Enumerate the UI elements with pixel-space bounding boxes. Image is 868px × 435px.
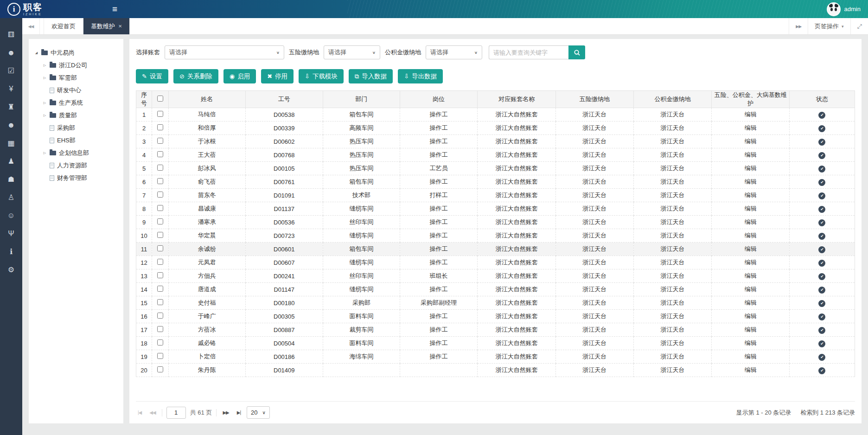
edit-link[interactable]: 编辑 bbox=[745, 124, 757, 131]
edit-link[interactable]: 编辑 bbox=[745, 366, 757, 373]
status-check-icon[interactable]: ✔ bbox=[818, 206, 825, 213]
status-check-icon[interactable]: ✔ bbox=[818, 367, 825, 374]
next-page-button[interactable]: ▶▶ bbox=[221, 409, 230, 416]
row-checkbox[interactable] bbox=[157, 192, 163, 198]
tree-item-财务管理部[interactable]: 财务管理部 bbox=[32, 172, 121, 184]
status-check-icon[interactable]: ✔ bbox=[818, 340, 825, 347]
briefcase-icon[interactable]: ▦ bbox=[7, 140, 14, 147]
edit-link[interactable]: 编辑 bbox=[745, 192, 757, 198]
caret-collapsed-icon[interactable]: ▷ bbox=[43, 76, 47, 80]
child-icon[interactable]: ♙ bbox=[8, 194, 14, 201]
edit-link[interactable]: 编辑 bbox=[745, 299, 757, 306]
status-check-icon[interactable]: ✔ bbox=[818, 260, 825, 267]
status-check-icon[interactable]: ✔ bbox=[818, 219, 825, 226]
status-check-icon[interactable]: ✔ bbox=[818, 233, 825, 240]
page-number-input[interactable] bbox=[166, 407, 186, 419]
close-icon[interactable]: ✕ bbox=[118, 24, 122, 29]
row-checkbox[interactable] bbox=[157, 286, 163, 292]
tabs-scroll-left-icon[interactable]: ◀◀ bbox=[22, 18, 40, 34]
disable-button[interactable]: ✖停用 bbox=[261, 69, 294, 83]
row-checkbox[interactable] bbox=[157, 165, 163, 171]
tree-item-采购部[interactable]: 采购部 bbox=[32, 122, 121, 134]
account-set-select[interactable]: 请选择∨ bbox=[165, 45, 284, 59]
status-check-icon[interactable]: ✔ bbox=[818, 112, 825, 119]
caret-collapsed-icon[interactable]: ▷ bbox=[43, 114, 47, 117]
tree-item-中元易尚[interactable]: ◢中元易尚 bbox=[32, 46, 121, 59]
edit-link[interactable]: 编辑 bbox=[745, 165, 757, 172]
status-check-icon[interactable]: ✔ bbox=[818, 354, 825, 361]
edit-link[interactable]: 编辑 bbox=[745, 111, 757, 118]
edit-link[interactable]: 编辑 bbox=[745, 151, 757, 158]
status-check-icon[interactable]: ✔ bbox=[818, 273, 825, 280]
row-checkbox[interactable] bbox=[157, 353, 163, 359]
edit-link[interactable]: 编辑 bbox=[745, 259, 757, 266]
row-checkbox[interactable] bbox=[157, 205, 163, 211]
edit-link[interactable]: 编辑 bbox=[745, 353, 757, 360]
edit-link[interactable]: 编辑 bbox=[745, 178, 757, 185]
status-check-icon[interactable]: ✔ bbox=[818, 287, 825, 294]
caret-collapsed-icon[interactable]: ▷ bbox=[43, 151, 47, 155]
tree-item-生产系统[interactable]: ▷生产系统 bbox=[32, 96, 121, 109]
row-checkbox[interactable] bbox=[157, 138, 163, 144]
status-check-icon[interactable]: ✔ bbox=[818, 246, 825, 253]
tree-item-企划信息部[interactable]: ▷企划信息部 bbox=[32, 147, 121, 159]
edit-link[interactable]: 编辑 bbox=[745, 232, 757, 239]
status-check-icon[interactable]: ✔ bbox=[818, 192, 825, 199]
status-check-icon[interactable]: ✔ bbox=[818, 327, 825, 334]
tabs-scroll-right-icon[interactable]: ▶▶ bbox=[789, 18, 808, 34]
edit-link[interactable]: 编辑 bbox=[745, 218, 757, 225]
avatar[interactable] bbox=[827, 2, 841, 16]
row-checkbox[interactable] bbox=[157, 218, 163, 224]
enable-button[interactable]: ◉启用 bbox=[223, 69, 256, 83]
row-checkbox[interactable] bbox=[157, 232, 163, 238]
bank-icon[interactable]: ♜ bbox=[8, 103, 14, 111]
search-button[interactable] bbox=[568, 45, 585, 59]
tree-item-人力资源部[interactable]: 人力资源部 bbox=[32, 159, 121, 172]
row-checkbox[interactable] bbox=[157, 299, 163, 305]
edit-link[interactable]: 编辑 bbox=[745, 286, 757, 293]
select-all-checkbox[interactable] bbox=[157, 96, 163, 102]
row-checkbox[interactable] bbox=[157, 178, 163, 184]
caret-collapsed-icon[interactable]: ▷ bbox=[43, 101, 47, 105]
edit-link[interactable]: 编辑 bbox=[745, 245, 757, 252]
check-square-icon[interactable]: ☑ bbox=[8, 67, 14, 75]
users-group-icon[interactable]: ☻ bbox=[7, 49, 15, 57]
fullscreen-button[interactable]: ⤢ bbox=[850, 18, 868, 34]
edit-link[interactable]: 编辑 bbox=[745, 272, 757, 279]
status-check-icon[interactable]: ✔ bbox=[818, 179, 825, 186]
graduation-cap-icon[interactable]: ☗ bbox=[8, 176, 14, 183]
edit-link[interactable]: 编辑 bbox=[745, 339, 757, 346]
row-checkbox[interactable] bbox=[157, 245, 163, 251]
row-checkbox[interactable] bbox=[157, 326, 163, 332]
user-menu[interactable]: admin bbox=[827, 2, 861, 16]
tree-item-浙江D公司[interactable]: ▷浙江D公司 bbox=[32, 59, 121, 71]
street-view-icon[interactable]: ♟ bbox=[8, 158, 14, 165]
row-checkbox[interactable] bbox=[157, 111, 163, 117]
row-checkbox[interactable] bbox=[157, 151, 163, 157]
user-icon[interactable]: ☺ bbox=[7, 212, 15, 219]
prev-page-button[interactable]: ◀◀ bbox=[147, 409, 157, 416]
tab-欢迎首页[interactable]: 欢迎首页 bbox=[44, 18, 83, 34]
tree-item-EHS部[interactable]: EHS部 bbox=[32, 134, 121, 147]
edit-link[interactable]: 编辑 bbox=[745, 138, 757, 145]
tree-item-质量部[interactable]: ▷质量部 bbox=[32, 109, 121, 122]
status-check-icon[interactable]: ✔ bbox=[818, 300, 825, 307]
team-icon[interactable]: ☻ bbox=[7, 122, 15, 129]
row-checkbox[interactable] bbox=[157, 313, 163, 319]
row-checkbox[interactable] bbox=[157, 259, 163, 265]
search-input[interactable] bbox=[489, 45, 568, 59]
tab-operations-button[interactable]: 页签操作 ▾ bbox=[808, 18, 850, 34]
gears-icon[interactable]: ⚙ bbox=[8, 266, 14, 274]
status-check-icon[interactable]: ✔ bbox=[818, 313, 825, 320]
edit-link[interactable]: 编辑 bbox=[745, 326, 757, 333]
status-check-icon[interactable]: ✔ bbox=[818, 139, 825, 146]
settings-button[interactable]: ✎设置 bbox=[136, 69, 168, 83]
tree-item-军需部[interactable]: ▷军需部 bbox=[32, 71, 121, 84]
caret-expanded-icon[interactable]: ◢ bbox=[34, 51, 38, 55]
trophy-icon[interactable]: Ψ bbox=[8, 230, 14, 237]
cubes-icon[interactable]: ⚅ bbox=[8, 31, 14, 38]
tab-基数维护[interactable]: 基数维护✕ bbox=[83, 18, 130, 34]
housing-fund-place-select[interactable]: 请选择∨ bbox=[426, 45, 482, 59]
first-page-button[interactable]: |◀ bbox=[136, 409, 143, 416]
status-check-icon[interactable]: ✔ bbox=[818, 152, 825, 159]
